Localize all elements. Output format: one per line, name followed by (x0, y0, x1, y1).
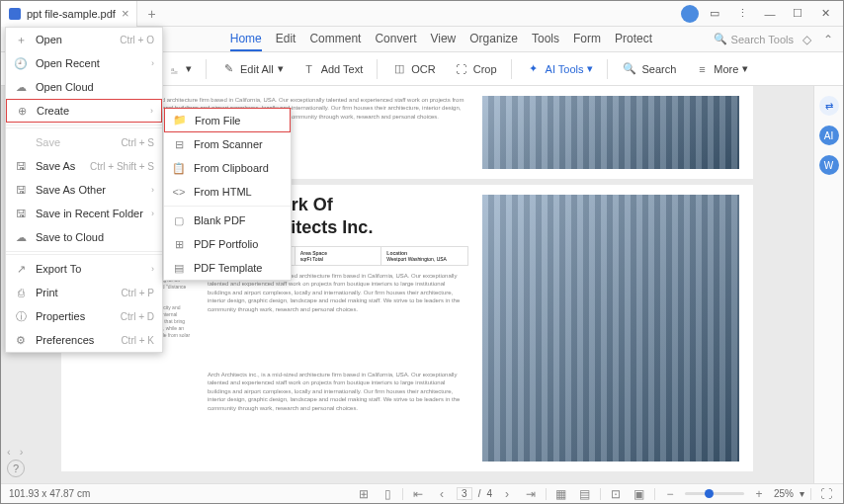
ai-icon: ✦ (526, 61, 542, 77)
help-icon[interactable]: ? (7, 460, 25, 477)
document-tab[interactable]: ppt file-sample.pdf × (1, 1, 137, 27)
menu-item-label: PDF Template (194, 262, 283, 274)
menu-item-icon: ☁ (14, 81, 28, 94)
file-menu-item[interactable]: ＋ Open Ctrl + O (6, 28, 162, 51)
last-page-icon[interactable]: ⇥ (522, 485, 540, 503)
tab-organize[interactable]: Organize (469, 28, 518, 51)
file-menu-item[interactable]: ⚙ Preferences Ctrl + K (6, 328, 162, 352)
menu-item-icon: <> (172, 186, 186, 198)
search-button[interactable]: 🔍Search (618, 61, 680, 77)
tab-edit[interactable]: Edit (276, 28, 296, 51)
file-menu-item[interactable]: 🖫 Save in Recent Folder › (6, 202, 162, 225)
nav-arrows[interactable]: ‹ › (7, 446, 24, 458)
maximize-icon[interactable]: ☐ (786, 4, 809, 24)
menu-shortcut: Ctrl + Shift + S (90, 161, 154, 172)
submenu-item[interactable]: ⊟ From Scanner (164, 132, 291, 156)
close-icon[interactable]: × (122, 6, 129, 21)
next-page-icon[interactable]: › (498, 485, 516, 503)
rail-icon-1[interactable]: ⇄ (819, 96, 839, 116)
pdf-icon (9, 8, 21, 20)
pencil-icon: ✎ (220, 61, 236, 77)
menu-item-label: Create (37, 105, 142, 117)
submenu-item[interactable]: ▢ Blank PDF (164, 209, 291, 232)
view-mode-icon[interactable]: ▤ (576, 485, 594, 503)
underline-tool[interactable]: ⎁▾ (162, 61, 196, 77)
expand-icon[interactable]: ⌃ (819, 31, 837, 48)
menu-item-icon: ▤ (172, 262, 186, 275)
submenu-item[interactable]: 📁 From File (164, 109, 291, 132)
menu-shortcut: Ctrl + P (121, 288, 154, 298)
file-menu-item[interactable]: 🖫 Save As Ctrl + Shift + S (6, 154, 162, 178)
file-menu-item[interactable]: 🕘 Open Recent › (6, 51, 162, 75)
add-text-button[interactable]: TAdd Text (297, 61, 368, 77)
zoom-slider[interactable] (685, 492, 744, 495)
create-submenu: 📁 From File ⊟ From Scanner 📋 From Clipbo… (163, 108, 292, 281)
chevron-right-icon: › (151, 264, 154, 274)
file-menu-item[interactable]: 🖫 Save As Other › (6, 178, 162, 202)
fit-icon[interactable]: ▣ (631, 485, 648, 503)
submenu-item[interactable]: <> From HTML (164, 180, 291, 204)
page-text: Arch Architects inc., is a mid-sized arc… (208, 371, 468, 462)
ocr-button[interactable]: ◫OCR (387, 61, 439, 77)
page-layout-icon[interactable]: ▯ (379, 485, 396, 503)
menu-item-label: Blank PDF (194, 214, 283, 226)
menu-item-icon: ⊞ (172, 238, 186, 251)
menu-item-label: Print (36, 287, 113, 298)
tab-tools[interactable]: Tools (532, 28, 559, 51)
ribbon-tabs: Home Edit Comment Convert View Organize … (230, 28, 652, 51)
zoom-level[interactable]: 25% (774, 488, 794, 499)
fullscreen-icon[interactable]: ⛶ (817, 485, 835, 503)
fit-icon[interactable]: ⊡ (607, 485, 625, 503)
menu-shortcut: Ctrl + S (121, 137, 154, 148)
tab-protect[interactable]: Protect (615, 28, 652, 51)
close-window-icon[interactable]: ✕ (813, 4, 837, 24)
search-tools[interactable]: 🔍 Search Tools (714, 33, 794, 45)
titlebar: ppt file-sample.pdf × + ▭ ⋮ — ☐ ✕ (1, 1, 843, 27)
file-menu-item[interactable]: ⎙ Print Ctrl + P (6, 281, 162, 304)
tab-view[interactable]: View (430, 28, 456, 51)
menu-item-icon: ⎙ (14, 287, 28, 298)
menu-item-label: Save As Other (36, 184, 143, 196)
menu-item-icon: ☁ (14, 231, 28, 244)
view-mode-icon[interactable]: ▦ (552, 485, 570, 503)
menu-item-icon: 📋 (172, 162, 186, 175)
new-tab-button[interactable]: + (137, 6, 165, 22)
tab-convert[interactable]: Convert (375, 28, 416, 51)
file-menu-item[interactable]: ☁ Open Cloud (6, 75, 162, 99)
menu-item-label: Open (36, 34, 112, 45)
menu-item-icon: ⚙ (14, 334, 28, 347)
fit-width-icon[interactable]: ⊞ (355, 485, 373, 503)
rail-word-icon[interactable]: W (819, 155, 839, 175)
tab-comment[interactable]: Comment (309, 28, 361, 51)
app-menu-icon[interactable]: ▭ (703, 4, 726, 24)
edit-all-button[interactable]: ✎Edit All▾ (216, 61, 288, 77)
zoom-in-icon[interactable]: + (750, 485, 768, 503)
prev-page-icon[interactable]: ‹ (433, 485, 451, 503)
file-menu-item[interactable]: ⊕ Create › (6, 99, 162, 123)
crop-button[interactable]: ⛶Crop (450, 61, 501, 77)
kebab-icon[interactable]: ⋮ (730, 4, 754, 24)
zoom-out-icon[interactable]: − (661, 485, 679, 503)
tab-home[interactable]: Home (230, 28, 262, 51)
first-page-icon[interactable]: ⇤ (409, 485, 427, 503)
minimize-icon[interactable]: — (758, 4, 782, 24)
page-current[interactable]: 3 (457, 487, 472, 500)
file-menu-item[interactable]: ↗ Export To › (6, 257, 162, 281)
tab-form[interactable]: Form (573, 28, 601, 51)
file-menu-item[interactable]: ☁ Save to Cloud (6, 225, 162, 249)
menu-item-label: Open Cloud (36, 81, 154, 93)
menu-item-icon: 🕘 (14, 57, 28, 70)
underline-icon: ⎁ (166, 61, 182, 77)
file-menu-item[interactable]: Save Ctrl + S (6, 130, 162, 154)
submenu-item[interactable]: ⊞ PDF Portfolio (164, 232, 291, 256)
submenu-item[interactable]: ▤ PDF Template (164, 256, 291, 280)
submenu-item[interactable]: 📋 From Clipboard (164, 156, 291, 180)
menu-item-label: From File (195, 115, 282, 126)
file-menu-item[interactable]: ⓘ Properties Ctrl + D (6, 304, 162, 328)
rail-ai-icon[interactable]: AI (819, 126, 839, 145)
ai-tools-button[interactable]: ✦AI Tools▾ (522, 61, 598, 77)
user-avatar[interactable] (681, 5, 699, 23)
more-button[interactable]: ≡More▾ (690, 61, 752, 77)
collapse-icon[interactable]: ◇ (798, 31, 815, 48)
menu-item-icon: 🖫 (14, 160, 28, 172)
